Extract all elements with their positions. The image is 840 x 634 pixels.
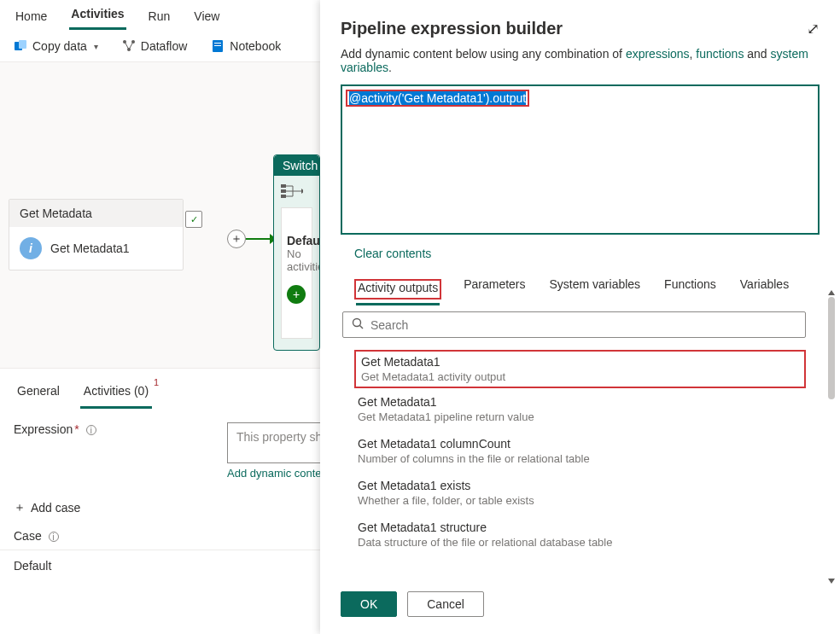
dataflow-label: Dataflow [141, 39, 187, 53]
activity-outputs-highlight: Activity outputs [354, 279, 441, 300]
node-header: Get Metadata [9, 200, 183, 227]
switch-header: Switch [274, 155, 319, 176]
info-icon[interactable]: i [86, 425, 96, 435]
result-title: Get Metadata1 [361, 355, 799, 369]
cancel-button[interactable]: Cancel [407, 591, 484, 617]
result-title: Get Metadata1 structure [358, 521, 802, 534]
scroll-thumb[interactable] [828, 297, 835, 399]
tab-view[interactable]: View [192, 4, 221, 30]
scrollbar[interactable] [828, 297, 835, 570]
expression-label: Expression* i [14, 422, 210, 480]
svg-rect-1 [19, 40, 26, 49]
config-tab-general[interactable]: General [14, 379, 63, 409]
panel-title: Pipeline expression builder [341, 19, 563, 38]
panel-description: Add dynamic content below using any comb… [320, 47, 840, 81]
cat-tab-system-variables[interactable]: System variables [548, 272, 643, 300]
result-subtitle: Get Metadata1 activity output [361, 370, 799, 383]
search-input[interactable] [370, 318, 796, 332]
result-title: Get Metadata1 [358, 395, 802, 409]
tab-activities[interactable]: Activities [69, 2, 125, 30]
result-item-4[interactable]: Get Metadata1 structure Data structure o… [354, 514, 806, 555]
add-activity-icon[interactable]: + [287, 285, 306, 304]
result-item-3[interactable]: Get Metadata1 exists Whether a file, fol… [354, 472, 806, 514]
switch-default-case[interactable]: Default No activities + [281, 207, 312, 339]
clear-contents-link[interactable]: Clear contents [320, 241, 840, 272]
info-icon: i [20, 237, 42, 259]
switch-activity-icon [274, 183, 319, 202]
info-icon[interactable]: i [49, 532, 59, 542]
add-case-label: Add case [31, 501, 80, 515]
success-check-icon: ✓ [185, 211, 202, 228]
result-item-1[interactable]: Get Metadata1 Get Metadata1 pipeline ret… [354, 388, 806, 430]
cat-tab-variables[interactable]: Variables [738, 272, 790, 300]
copy-data-button[interactable]: Copy data ▾ [14, 39, 98, 53]
tab-run[interactable]: Run [147, 4, 172, 30]
config-tab-activities[interactable]: Activities (0) 1 [80, 379, 152, 409]
scroll-down-icon[interactable] [828, 579, 835, 584]
svg-rect-6 [214, 43, 221, 44]
dataflow-button[interactable]: Dataflow [122, 39, 187, 53]
panel-footer: OK Cancel [320, 581, 840, 634]
connector-line [246, 238, 271, 240]
error-badge: 1 [154, 377, 159, 387]
get-metadata-node[interactable]: Get Metadata i Get Metadata1 [9, 199, 184, 270]
result-title: Get Metadata1 columnCount [358, 437, 802, 451]
default-sublabel: No activities [287, 247, 306, 273]
results-list: Get Metadata1 Get Metadata1 activity out… [320, 345, 840, 581]
svg-rect-8 [281, 184, 286, 188]
scroll-up-icon[interactable] [828, 290, 835, 295]
cat-tab-parameters[interactable]: Parameters [462, 272, 527, 300]
result-item-2[interactable]: Get Metadata1 columnCount Number of colu… [354, 430, 806, 472]
result-title: Get Metadata1 exists [358, 479, 802, 492]
search-icon [352, 317, 364, 332]
svg-line-12 [360, 326, 364, 329]
notebook-label: Notebook [230, 39, 281, 53]
cat-tab-functions[interactable]: Functions [662, 272, 718, 300]
tab-home[interactable]: Home [14, 4, 49, 30]
expression-builder-panel: Pipeline expression builder ⤢ Add dynami… [320, 0, 840, 634]
notebook-button[interactable]: Notebook [211, 39, 281, 53]
node-title: Get Metadata1 [50, 241, 130, 255]
copy-data-icon [14, 39, 27, 53]
search-input-wrapper[interactable] [342, 311, 806, 338]
default-label: Default [287, 234, 306, 247]
chevron-down-icon: ▾ [94, 42, 98, 51]
expressions-link[interactable]: expressions [626, 47, 690, 61]
add-node-button[interactable]: ＋ [227, 230, 246, 248]
result-subtitle: Number of columns in the file or relatio… [358, 452, 802, 465]
result-subtitle: Get Metadata1 pipeline return value [358, 410, 802, 423]
plus-icon: ＋ [14, 500, 26, 515]
dataflow-icon [122, 39, 136, 53]
result-item-0[interactable]: Get Metadata1 Get Metadata1 activity out… [354, 350, 806, 388]
functions-link[interactable]: functions [696, 47, 744, 61]
result-subtitle: Data structure of the file or relational… [358, 536, 802, 549]
notebook-icon [211, 39, 225, 53]
svg-point-11 [353, 319, 361, 327]
ok-button[interactable]: OK [341, 591, 397, 617]
svg-rect-7 [214, 45, 221, 46]
config-tab-activities-label: Activities (0) [84, 384, 149, 398]
expand-icon[interactable]: ⤢ [807, 20, 820, 38]
expression-editor[interactable]: @activity('Get Metadata1').output [341, 84, 820, 235]
svg-rect-10 [281, 195, 286, 198]
svg-rect-9 [281, 189, 286, 193]
category-tabs: Activity outputs Parameters System varia… [320, 272, 840, 300]
result-subtitle: Whether a file, folder, or table exists [358, 494, 802, 507]
switch-node[interactable]: Switch Default No activities + [273, 154, 320, 351]
copy-data-label: Copy data [32, 39, 87, 53]
